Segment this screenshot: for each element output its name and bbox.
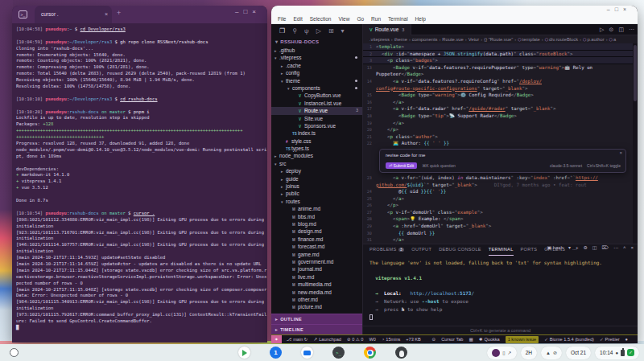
panel-tab-terminal[interactable]: TERMINAL xyxy=(489,244,514,256)
terminal-app-icon[interactable]: >_ xyxy=(332,347,345,359)
tree-item-journal.md[interactable]: Mjournal.md xyxy=(271,265,362,273)
grid-icon[interactable]: ▦ xyxy=(469,337,473,342)
gear-icon[interactable]: ⚙ xyxy=(583,245,587,250)
tree-item-node_modules[interactable]: ▸node_modules xyxy=(271,152,362,159)
breadcrumb[interactable]: .vitepress›theme›components›Route.vue›Ve… xyxy=(363,35,638,43)
tree-item-public[interactable]: ▸public xyxy=(271,190,362,197)
terminal-output[interactable]: [10:04:58] pseudoyu:~ $ cd Developer/rss… xyxy=(12,23,267,343)
tree-item-style.css[interactable]: #style.css xyxy=(271,137,362,145)
breadcrumb-item[interactable]: template xyxy=(522,37,540,42)
minimize-button[interactable]: – xyxy=(607,6,615,12)
screen-time-pill[interactable]: 2H xyxy=(521,347,537,359)
quokka-item[interactable]: ✱Quokka xyxy=(479,337,500,342)
inline-ai-widget[interactable]: × revise code for me ⏎ Submit Edit ⌘K qu… xyxy=(379,149,626,173)
remote-indicator[interactable]: ✦ xyxy=(271,335,282,344)
date-pill[interactable]: Oct 21 xyxy=(566,347,591,359)
tree-item-design.md[interactable]: Mdesign.md xyxy=(271,228,362,235)
tree-item-forecast.md[interactable]: Mforecast.md xyxy=(271,243,362,250)
tree-item-site.vue[interactable]: VSite.vue xyxy=(271,115,362,122)
shell-dropdown-icon[interactable]: ▾ xyxy=(568,245,571,250)
panel-tab-ports[interactable]: PORTS xyxy=(521,244,538,255)
biome-item[interactable]: ✓Biome 1.5.4 (bundled) xyxy=(544,337,594,342)
tree-item-game.md[interactable]: Mgame.md xyxy=(271,251,362,258)
tree-item-theme[interactable]: ▾theme xyxy=(271,77,362,84)
launchpad-item[interactable]: ↗Launchpad xyxy=(314,337,341,342)
tree-item-multimedia.md[interactable]: Mmultimedia.md xyxy=(271,281,362,288)
terminal-new-tab-button[interactable]: + xyxy=(117,9,121,17)
tree-item-instancelist.vue[interactable]: VInstanceList.vue xyxy=(271,100,362,107)
close-button[interactable]: × xyxy=(252,8,261,15)
search-icon[interactable]: ⚲ xyxy=(292,27,297,35)
ai-prompt-input[interactable]: revise code for me xyxy=(386,153,425,158)
vscode-window-controls[interactable]: –□× xyxy=(607,6,631,12)
tab-route-vue[interactable]: VRoute.vue3 xyxy=(363,24,411,35)
sync-icon[interactable]: ⊙ xyxy=(609,27,614,32)
tree-item-sponsors.vue[interactable]: VSponsors.vue xyxy=(271,122,362,129)
more-actions-icon[interactable]: ⋯ xyxy=(629,27,634,32)
tree-item-route.vue[interactable]: VRoute.vue3 xyxy=(271,107,362,114)
chrome-icon[interactable] xyxy=(364,347,376,359)
run-debug-icon[interactable]: ▷ xyxy=(316,27,321,35)
breadcrumb-item[interactable]: components xyxy=(412,37,438,42)
panel-tab-output[interactable]: OUTPUT xyxy=(411,244,431,255)
breadcrumb-item[interactable]: div.routeBlock xyxy=(549,37,578,42)
chevron-down-icon[interactable]: ▾ xyxy=(341,27,345,35)
known-issue-item[interactable]: 1 known issue xyxy=(506,336,539,343)
shell-select[interactable]: ▣ bash xyxy=(547,245,564,250)
close-button[interactable]: × xyxy=(623,6,631,12)
menu-help[interactable]: Help xyxy=(415,16,426,22)
breadcrumb-item[interactable]: Route.vue xyxy=(442,37,463,42)
integrated-terminal[interactable]: The language 'env' is not loaded, fallin… xyxy=(369,259,631,325)
timeline-section[interactable]: ▸TIMELINE xyxy=(271,324,362,334)
mic-icon[interactable]: ⊙ xyxy=(431,337,436,342)
tree-item-routes[interactable]: ▾routes xyxy=(271,198,362,205)
capture-dnd-pill[interactable]: ▲ ⊘ xyxy=(541,347,562,359)
terminal-window-controls[interactable]: –□× xyxy=(235,8,261,15)
tree-item-blog.md[interactable]: Mblog.md xyxy=(271,220,362,228)
tree-item-copybutton.vue[interactable]: VCopyButton.vue xyxy=(271,92,362,99)
terminal-tab-close-icon[interactable]: × xyxy=(105,6,108,23)
outline-section[interactable]: ▸OUTLINE xyxy=(271,314,362,324)
tree-item-types.ts[interactable]: TStypes.ts xyxy=(271,145,362,152)
menu-run[interactable]: Run xyxy=(371,16,381,22)
breadcrumb-item[interactable]: theme xyxy=(394,37,407,42)
tree-item-finance.md[interactable]: Mfinance.md xyxy=(271,236,362,243)
tree-item-new-media.md[interactable]: Mnew-media.md xyxy=(271,289,362,296)
1password-icon[interactable]: 1 xyxy=(270,347,282,359)
panel-tab-problems[interactable]: PROBLEMS3 xyxy=(369,244,404,255)
tree-item-guide[interactable]: ▸guide xyxy=(271,175,362,183)
linux-penguin-icon[interactable] xyxy=(395,347,407,359)
extensions-icon[interactable]: ⊞ xyxy=(328,27,334,35)
scrollbar-thumb[interactable] xyxy=(634,45,637,101)
source-control-icon[interactable]: ψ xyxy=(304,27,309,35)
split-terminal-icon[interactable]: ◫ xyxy=(592,245,597,250)
tree-item-bbs.md[interactable]: Mbbs.md xyxy=(271,213,362,220)
git-branch-item[interactable]: ⎇main ↻ xyxy=(287,337,308,342)
menu-terminal[interactable]: Terminal xyxy=(388,16,408,22)
quick-question-label[interactable]: ⌘K quick question xyxy=(422,163,456,168)
phone-hub-pill[interactable]: ▯ ↗ xyxy=(487,347,516,359)
close-panel-icon[interactable]: × xyxy=(630,245,634,250)
submit-edit-button[interactable]: ⏎ Submit Edit xyxy=(386,162,417,169)
minimize-button[interactable]: – xyxy=(235,8,243,15)
files-app-icon[interactable] xyxy=(301,347,313,359)
menu-go[interactable]: Go xyxy=(357,16,364,22)
breadcrumb-item[interactable]: .vitepress xyxy=(369,37,390,42)
model-selector[interactable]: claude-3.5-sonnet xyxy=(550,163,582,168)
breadcrumb-item[interactable]: a xyxy=(613,37,616,42)
maximize-panel-icon[interactable]: ˄ xyxy=(623,245,626,250)
status-area-pill[interactable]: 10:14 ● ✓ xyxy=(595,347,639,359)
breadcrumb-item[interactable]: Vetur xyxy=(469,37,480,42)
maximize-button[interactable]: □ xyxy=(615,6,623,12)
menu-file[interactable]: File xyxy=(278,16,286,22)
tree-item-index.ts[interactable]: TSindex.ts xyxy=(271,129,362,137)
prettier-item[interactable]: ✓Prettier xyxy=(600,337,620,342)
menu-edit[interactable]: Edit xyxy=(293,16,302,22)
tree-item-deploy[interactable]: ▸deploy xyxy=(271,167,362,174)
tree-item-.github[interactable]: ▸.github xyxy=(271,47,362,54)
tree-item-live.md[interactable]: Mlive.md xyxy=(271,273,362,281)
w0-item[interactable]: W0 xyxy=(369,337,375,342)
panel-tab-debug-console[interactable]: DEBUG CONSOLE xyxy=(439,244,481,255)
explorer-icon[interactable]: ❐ xyxy=(279,27,285,35)
maximize-button[interactable]: □ xyxy=(243,8,252,15)
